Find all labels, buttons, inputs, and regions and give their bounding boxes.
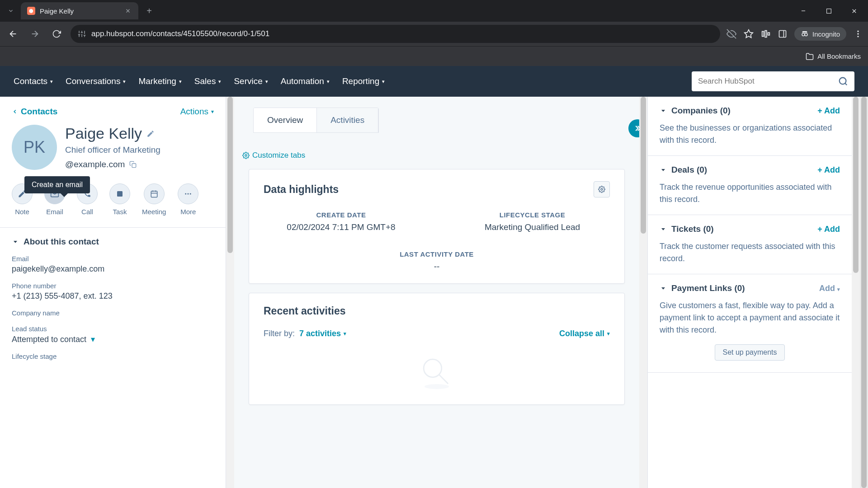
side-panel-icon[interactable]	[778, 29, 787, 38]
highlights-settings-button[interactable]	[594, 181, 610, 197]
url-text: app.hubspot.com/contacts/45105500/record…	[91, 29, 269, 38]
eye-off-icon[interactable]	[726, 29, 736, 39]
companies-card: Companies (0) + Add See the businesses o…	[648, 97, 852, 156]
incognito-icon	[801, 30, 809, 38]
copy-icon[interactable]	[129, 161, 137, 168]
add-ticket-button[interactable]: + Add	[817, 225, 840, 234]
contact-sidebar: Contacts Actions ▾ PK Paige Kelly Chief …	[0, 97, 226, 488]
calendar-icon	[150, 190, 158, 198]
more-action[interactable]: More	[178, 183, 198, 216]
svg-point-40	[190, 193, 191, 195]
tab-activities[interactable]: Activities	[317, 108, 378, 132]
chevron-down-icon[interactable]	[660, 107, 667, 114]
maximize-button[interactable]	[818, 4, 839, 18]
contact-avatar[interactable]: PK	[12, 125, 57, 170]
record-tabs: Overview Activities	[253, 108, 379, 133]
svg-point-38	[185, 193, 187, 195]
middle-scrollbar[interactable]	[639, 97, 647, 488]
browser-tab[interactable]: ⬢ Paige Kelly	[21, 2, 138, 19]
data-highlights-card: Data highlights CREATE DATE 02/02/2024 7…	[249, 169, 625, 284]
address-bar[interactable]: app.hubspot.com/contacts/45105500/record…	[71, 25, 720, 43]
nav-sales[interactable]: Sales▾	[194, 76, 222, 86]
tab-search-button[interactable]	[4, 4, 18, 18]
actions-dropdown[interactable]: Actions ▾	[180, 107, 214, 117]
chevron-down-icon: ▾	[179, 79, 182, 84]
chevron-down-icon[interactable]	[660, 225, 667, 233]
nav-contacts[interactable]: Contacts▾	[14, 76, 53, 86]
email-display[interactable]: @example.com	[65, 160, 125, 169]
lead-status-label: Lead status	[12, 325, 214, 333]
close-window-button[interactable]	[844, 4, 864, 18]
reload-button[interactable]	[49, 26, 64, 42]
record-main: Overview Activities Customize tabs Data …	[234, 97, 639, 488]
incognito-badge[interactable]: Incognito	[794, 27, 846, 41]
nav-reporting[interactable]: Reporting▾	[342, 76, 385, 86]
bookmark-star-icon[interactable]	[744, 29, 754, 39]
nav-marketing[interactable]: Marketing▾	[138, 76, 181, 86]
svg-rect-3	[826, 9, 831, 13]
svg-marker-41	[14, 241, 17, 243]
svg-point-42	[245, 155, 247, 156]
svg-point-28	[857, 36, 859, 37]
kebab-menu-icon[interactable]	[854, 29, 863, 38]
filter-activities-dropdown[interactable]: 7 activities ▾	[299, 329, 346, 338]
site-settings-icon[interactable]	[78, 30, 86, 38]
caret-down-icon: ▾	[344, 331, 346, 337]
payment-links-title[interactable]: Payment Links (0)	[671, 283, 815, 293]
search-input[interactable]	[698, 77, 838, 86]
back-button[interactable]	[5, 26, 21, 42]
tab-title: Paige Kelly	[40, 7, 119, 15]
back-to-contacts-link[interactable]: Contacts	[12, 107, 57, 117]
job-title: Chief officer of Marketing	[65, 145, 214, 155]
add-company-button[interactable]: + Add	[817, 106, 840, 116]
recent-activities-title: Recent activities	[264, 305, 610, 317]
setup-payments-button[interactable]: Set up payments	[715, 344, 784, 361]
media-control-icon[interactable]	[761, 29, 771, 39]
companies-title[interactable]: Companies (0)	[671, 106, 813, 116]
company-field-label: Company name	[12, 309, 214, 317]
left-scrollbar[interactable]	[226, 97, 234, 488]
meeting-action[interactable]: Meeting	[142, 183, 166, 216]
collapse-all-button[interactable]: Collapse all ▾	[559, 329, 610, 338]
deals-title[interactable]: Deals (0)	[671, 165, 813, 175]
bookmarks-bar: All Bookmarks	[0, 46, 868, 66]
chevron-down-icon: ▾	[218, 79, 221, 84]
task-icon	[116, 190, 124, 198]
svg-point-27	[857, 33, 859, 34]
payment-links-card: Payment Links (0) Add ▾ Give customers a…	[648, 274, 852, 373]
chevron-down-icon[interactable]	[660, 285, 667, 292]
nav-conversations[interactable]: Conversations▾	[66, 76, 126, 86]
close-tab-icon[interactable]	[124, 7, 132, 15]
add-deal-button[interactable]: + Add	[817, 165, 840, 175]
chevron-down-icon[interactable]	[660, 166, 667, 174]
caret-down-icon: ▾	[607, 331, 610, 337]
task-action[interactable]: Task	[109, 183, 130, 216]
pencil-icon[interactable]	[146, 130, 155, 138]
svg-marker-47	[661, 110, 665, 112]
all-bookmarks-button[interactable]: All Bookmarks	[806, 52, 861, 61]
svg-point-46	[425, 384, 449, 389]
nav-automation[interactable]: Automation▾	[281, 76, 330, 86]
phone-field-value[interactable]: +1 (213) 555-4087, ext. 123	[12, 291, 214, 301]
search-box[interactable]	[692, 71, 854, 91]
about-section-header[interactable]: About this contact	[12, 237, 214, 247]
lead-status-select[interactable]: Attempted to contact ▾	[12, 334, 214, 344]
folder-icon	[806, 52, 814, 61]
tickets-title[interactable]: Tickets (0)	[671, 224, 813, 234]
payment-links-desc: Give customers a fast, flexible way to p…	[660, 300, 840, 336]
more-icon	[184, 190, 192, 198]
svg-rect-33	[117, 191, 123, 197]
add-payment-link-dropdown[interactable]: Add ▾	[819, 284, 840, 293]
nav-service[interactable]: Service▾	[234, 76, 268, 86]
right-scrollbar[interactable]	[852, 97, 860, 488]
tab-overview[interactable]: Overview	[254, 108, 317, 132]
email-field-value[interactable]: paigekelly@example.com	[12, 264, 214, 274]
email-tooltip: Create an email	[24, 176, 90, 193]
deals-desc: Track the revenue opportunities associat…	[660, 181, 840, 206]
minimize-button[interactable]	[793, 4, 814, 18]
highlight-lifecycle: LIFECYCLE STAGE Marketing Qualified Lead	[474, 211, 591, 232]
forward-button[interactable]	[27, 26, 42, 42]
new-tab-button[interactable]: +	[142, 4, 156, 18]
customize-tabs-button[interactable]: Customize tabs	[242, 151, 622, 160]
page-scrollbar[interactable]	[860, 97, 868, 488]
